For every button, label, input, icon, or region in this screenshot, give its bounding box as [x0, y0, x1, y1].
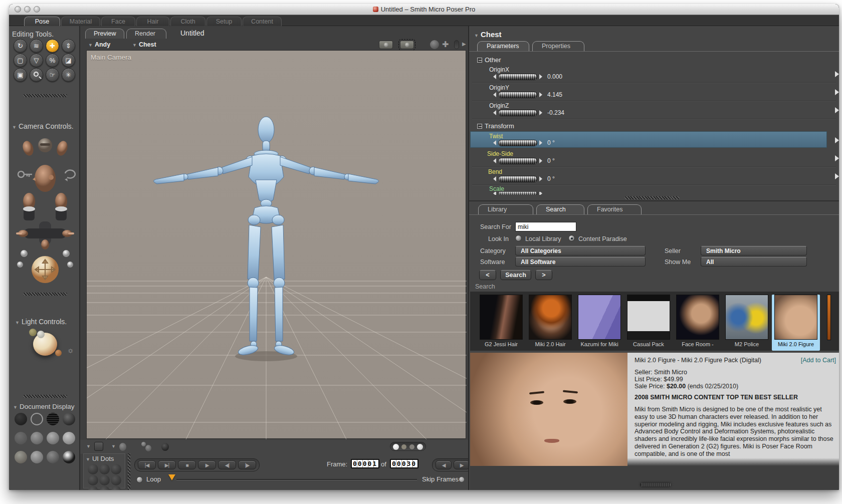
param-dial[interactable]: 0.000 [493, 73, 562, 80]
display-style-hidden-line[interactable] [63, 413, 75, 425]
next-page-button[interactable]: > [535, 270, 552, 280]
content-paradise-label[interactable]: Content Paradise [578, 235, 627, 242]
result-thumbnail-selected[interactable]: Miki 2.0 Figure [772, 295, 820, 351]
document-display-title[interactable]: ▼Document Display [13, 403, 74, 410]
tab-material[interactable]: Material [61, 17, 100, 26]
viewport[interactable]: Main Camera [86, 50, 466, 439]
param-value[interactable]: 0 ° [547, 157, 555, 164]
tab-parameters[interactable]: Parameters [477, 41, 529, 51]
depth-cue-button[interactable] [94, 442, 103, 451]
add-to-cart-link[interactable]: [Add to Cart] [801, 357, 836, 364]
display-style-smooth-lined[interactable] [31, 451, 43, 463]
loop-radio[interactable] [136, 476, 143, 483]
display-style-flat-lined[interactable] [47, 432, 59, 444]
tab-search[interactable]: Search [536, 204, 584, 214]
multi-ball-icon[interactable] [141, 442, 146, 446]
ui-dot[interactable] [99, 475, 110, 485]
tab-cloth[interactable]: Cloth [170, 17, 205, 26]
current-frame-counter[interactable]: 00001 [351, 459, 379, 468]
param-value[interactable]: 4.145 [547, 91, 562, 98]
result-thumbnail[interactable]: Kazumi for Miki [575, 295, 623, 351]
light-globe[interactable] [33, 333, 57, 356]
prev-page-button[interactable]: < [479, 270, 496, 280]
tab-pose[interactable]: Pose [24, 17, 60, 26]
scale-tool-icon[interactable]: ▢ [14, 54, 27, 67]
light-controls-title[interactable]: ▼Light Controls. [15, 318, 67, 326]
camera-controls-title[interactable]: ▼Camera Controls. [12, 122, 74, 130]
panel-divider[interactable] [624, 196, 680, 199]
product-image[interactable] [470, 353, 627, 466]
direct-manipulation-tool-icon[interactable]: ✳ [62, 68, 75, 82]
timeline-marker[interactable] [168, 474, 175, 480]
local-library-radio[interactable] [515, 235, 522, 241]
param-label[interactable]: Scale [489, 185, 504, 192]
skip-frames-radio[interactable] [459, 477, 464, 482]
param-label[interactable]: Twist [489, 133, 503, 140]
play-button[interactable]: ▶ [198, 460, 216, 469]
param-dial[interactable]: 4.145 [493, 91, 562, 98]
param-dial[interactable]: 0 ° [493, 139, 555, 146]
software-dropdown[interactable]: All Software [515, 257, 646, 267]
tab-properties[interactable]: Properties [532, 41, 584, 51]
seller-dropdown[interactable]: Smith Micro [701, 246, 807, 256]
section-divider[interactable] [23, 94, 67, 97]
result-thumbnail[interactable]: Casual Pack [624, 295, 673, 351]
param-menu-arrow-icon[interactable] [835, 71, 839, 77]
result-thumbnail[interactable]: Miki 2.0 Hair [526, 295, 574, 351]
param-menu-arrow-icon[interactable] [835, 89, 839, 95]
light-handle-icon[interactable] [55, 350, 62, 356]
group-transform[interactable]: Transform [477, 122, 514, 130]
ui-dot[interactable] [111, 486, 121, 490]
tab-content[interactable]: Content [243, 17, 282, 26]
group-other[interactable]: Other [477, 56, 501, 64]
tab-face[interactable]: Face [101, 17, 135, 26]
param-value[interactable]: 0 ° [547, 139, 555, 146]
local-library-label[interactable]: Local Library [525, 235, 561, 242]
collapse-box-icon[interactable] [477, 124, 482, 129]
ui-dot[interactable] [99, 486, 110, 490]
translate-in-out-tool-icon[interactable]: ⇕ [62, 39, 75, 53]
rotate-tool-icon[interactable]: ↻ [14, 39, 27, 53]
ui-dot[interactable] [88, 475, 98, 485]
tracking-ball-icon[interactable] [119, 443, 126, 451]
tab-preview[interactable]: Preview [85, 29, 124, 39]
display-style-smooth-shaded[interactable] [63, 432, 75, 444]
total-frames-counter[interactable]: 00030 [390, 459, 418, 468]
display-style-cartoon[interactable] [47, 451, 59, 463]
page-dot[interactable] [409, 444, 414, 449]
search-button[interactable]: Search [500, 270, 531, 280]
result-thumbnail[interactable]: Face Room - [674, 295, 722, 351]
previous-key-button[interactable]: ◀ [436, 460, 452, 469]
result-thumbnail[interactable]: G2 Jessi Hair [477, 295, 525, 351]
taper-tool-icon[interactable]: ▽ [30, 54, 43, 67]
camera-controls-cluster[interactable] [13, 133, 77, 284]
ui-dot[interactable] [111, 464, 121, 474]
display-style-lit-wireframe[interactable] [15, 432, 27, 444]
translate-tool-icon[interactable]: ✚ [46, 39, 59, 53]
content-paradise-radio[interactable] [568, 235, 575, 241]
parameters-header[interactable]: ▼Chest [474, 30, 502, 39]
param-label[interactable]: OriginY [489, 84, 509, 91]
page-dot[interactable] [401, 444, 406, 449]
result-thumbnail[interactable]: M2 Police [723, 295, 771, 351]
sun-icon[interactable]: ☼ [67, 346, 74, 354]
first-frame-button[interactable]: |◀ [138, 460, 156, 469]
display-style-wireframe[interactable] [47, 413, 59, 425]
next-key-button[interactable]: ▶ [454, 460, 470, 469]
param-dial[interactable]: 0 ° [493, 175, 555, 182]
figure-toggle-icon[interactable] [454, 40, 459, 49]
ui-dot[interactable] [88, 486, 98, 490]
ui-dot[interactable] [111, 475, 121, 485]
tab-setup[interactable]: Setup [206, 17, 242, 26]
section-divider[interactable] [23, 293, 67, 296]
camera-name-label[interactable]: Main Camera [91, 54, 131, 61]
tab-library[interactable]: Library [478, 204, 533, 214]
timeline-track[interactable] [176, 479, 417, 480]
partial-thumbnail[interactable] [827, 295, 831, 340]
light-handle-icon[interactable] [29, 329, 37, 336]
param-value[interactable]: -0.234 [547, 109, 564, 116]
page-dot[interactable] [393, 444, 399, 450]
category-dropdown[interactable]: All Categories [515, 246, 646, 256]
camera-select-icon[interactable] [400, 41, 414, 49]
param-dial[interactable]: 0 ° [493, 157, 555, 164]
